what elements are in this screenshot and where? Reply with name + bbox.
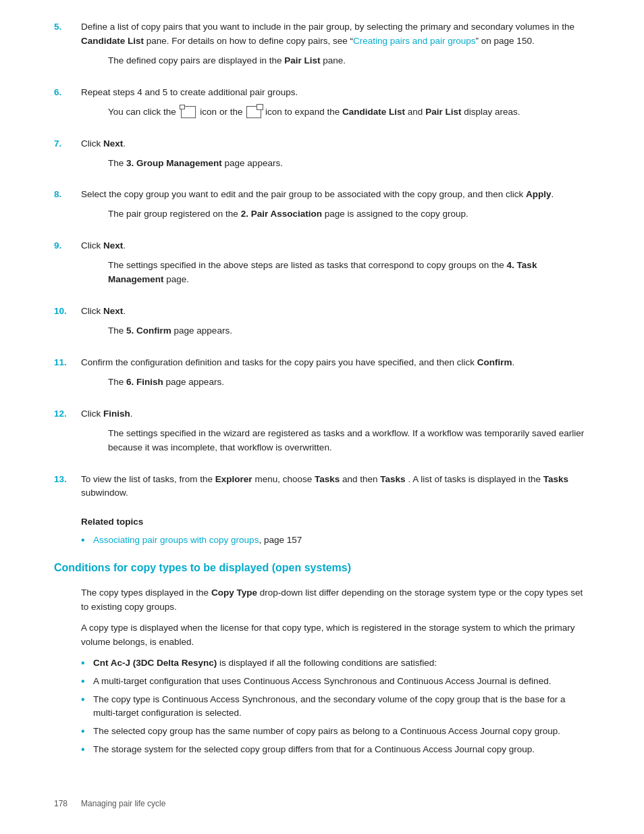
step-6: 6. Repeat steps 4 and 5 to create additi… [54,86,590,128]
step-12-sub-1: The settings specified in the wizard are… [108,428,584,452]
step-11-text: Confirm the configuration definition and… [81,356,590,370]
step-13-content: To view the list of tasks, from the Expl… [81,473,590,506]
step-6-content: Repeat steps 4 and 5 to create additiona… [81,86,590,128]
step-10-text: Click Next. [81,305,590,319]
step-12-content: Click Finish. The settings specified in … [81,407,590,463]
section-body: The copy types displayed in the Copy Typ… [81,586,590,757]
step-13-text4: . A list of tasks is displayed in the [408,474,541,484]
step-11-sub-2: page appears. [166,377,224,387]
step-9-number: 9. [54,239,81,253]
step-5-bold1: Candidate List [81,36,144,46]
step-10-text2: . [123,306,126,316]
step-5-text3: ” on page 150. [476,36,535,46]
step-10-bold: Next [103,306,123,316]
step-10-sub: The 5. Confirm page appears. [108,324,590,338]
section-bullet-text-4: The storage system for the selected copy… [93,743,535,757]
section-bullet-3: • The selected copy group has the same n… [81,725,590,739]
step-8-text: Select the copy group you want to edit a… [81,188,590,202]
step-5-sub: The defined copy pairs are displayed in … [108,54,590,68]
step-6-sub-3: icon to expand the [265,107,340,117]
step-8-number: 8. [54,188,81,202]
section-bullet-1: • A multi-target configuration that uses… [81,675,590,689]
step-6-number: 6. [54,86,81,100]
step-11-text2: . [512,357,515,367]
footer-page-number: 178 [54,798,68,810]
section-bullet-0: • Cnt Ac-J (3DC Delta Resync) is display… [81,656,590,671]
step-7-content: Click Next. The 3. Group Management page… [81,137,590,179]
step-12-text-main: Click [81,409,101,419]
step-11: 11. Confirm the configuration definition… [54,356,590,398]
step-5-sub-bold: Pair List [284,55,320,66]
section-bullet-dot-2: • [81,693,93,707]
step-10-sub-2: page appears. [174,325,232,336]
step-5-sub-text2: pane. [323,55,346,66]
step-13-bold2: Tasks [315,474,340,484]
step-12: 12. Click Finish. The settings specified… [54,407,590,463]
step-8-text2: . [551,189,554,199]
section-bullet-dot-3: • [81,725,93,739]
step-13-text-main: To view the list of tasks, from the [81,474,213,484]
step-5-sub-text1: The defined copy pairs are displayed in … [108,55,281,66]
step-5: 5. Define a list of copy pairs that you … [54,20,590,76]
step-7-sub: The 3. Group Management page appears. [108,157,590,171]
step-9-text2: . [123,240,126,251]
step-10-text-main: Click [81,306,101,316]
step-8-content: Select the copy group you want to edit a… [81,188,590,230]
step-9-content: Click Next. The settings specified in th… [81,239,590,295]
step-7: 7. Click Next. The 3. Group Management p… [54,137,590,179]
expand-icon-1 [181,106,196,118]
step-9-sub-2: page. [166,274,189,284]
related-topics-item-0: • Associating pair groups with copy grou… [81,533,590,548]
section-intro1-bold: Copy Type [211,588,257,598]
section-intro2: A copy type is displayed when the licens… [81,621,590,650]
footer: 178 Managing pair life cycle [54,798,590,810]
related-topics-link-anchor-0[interactable]: Associating pair groups with copy groups [93,535,259,545]
step-6-text-main: Repeat steps 4 and 5 to create additiona… [81,87,298,97]
step-8-sub-2: page is assigned to the copy group. [325,209,468,219]
step-13: 13. To view the list of tasks, from the … [54,473,590,506]
page: 5. Define a list of copy pairs that you … [0,0,644,834]
step-11-sub: The 6. Finish page appears. [108,375,590,390]
related-topics-heading: Related topics [81,515,590,529]
step-6-sub: You can click the icon or the icon to ex… [108,105,590,120]
step-13-text3: and then [342,474,378,484]
step-12-text: Click Finish. [81,407,590,421]
step-11-bold: Confirm [477,357,512,367]
step-11-number: 11. [54,356,81,370]
step-5-text: Define a list of copy pairs that you wan… [81,20,590,49]
section-intro1: The copy types displayed in the Copy Typ… [81,586,590,615]
step-8-bold: Apply [526,189,552,199]
section-bullet-dot-1: • [81,675,93,689]
step-13-number: 13. [54,473,81,487]
step-6-bold1: Candidate List [342,107,405,117]
expand-icon-2 [246,106,261,118]
step-11-sub-bold: 6. Finish [126,377,163,387]
step-7-number: 7. [54,137,81,151]
step-13-bold3: Tasks [380,474,405,484]
step-13-text: To view the list of tasks, from the Expl… [81,473,590,501]
step-7-bold: Next [103,138,123,149]
step-8-sub: The pair group registered on the 2. Pair… [108,207,590,221]
related-topics-link-text-0: , page 157 [259,535,302,545]
step-7-sub-2: page appears. [225,158,283,168]
step-9-text-main: Click [81,240,101,251]
section-bullet-text-1: A multi-target configuration that uses C… [93,675,551,689]
step-9-sub: The settings specified in the above step… [108,259,590,287]
step-11-sub-1: The [108,377,124,387]
step-13-text5: subwindow. [81,488,128,498]
section-bullet-text-2: The copy type is Continuous Access Synch… [93,693,590,721]
step-8: 8. Select the copy group you want to edi… [54,188,590,230]
step-7-text-main: Click [81,138,101,149]
section-bullet-text-3: The selected copy group has the same num… [93,725,560,739]
step-13-bold4: Tasks [543,474,568,484]
bullet-dot-0: • [81,533,93,548]
section-bullet-dot-0: • [81,656,93,671]
section-title: Conditions for copy types to be displaye… [54,560,590,577]
step-8-sub-bold: 2. Pair Association [241,209,322,219]
footer-text: Managing pair life cycle [81,798,165,810]
step-6-sub-1: You can click the [108,107,176,117]
step-8-sub-1: The pair group registered on the [108,209,238,219]
related-topics-block: Related topics • Associating pair groups… [81,515,590,548]
step-5-link[interactable]: Creating pairs and pair groups [353,36,476,46]
step-6-sub-2: icon or the [200,107,242,117]
